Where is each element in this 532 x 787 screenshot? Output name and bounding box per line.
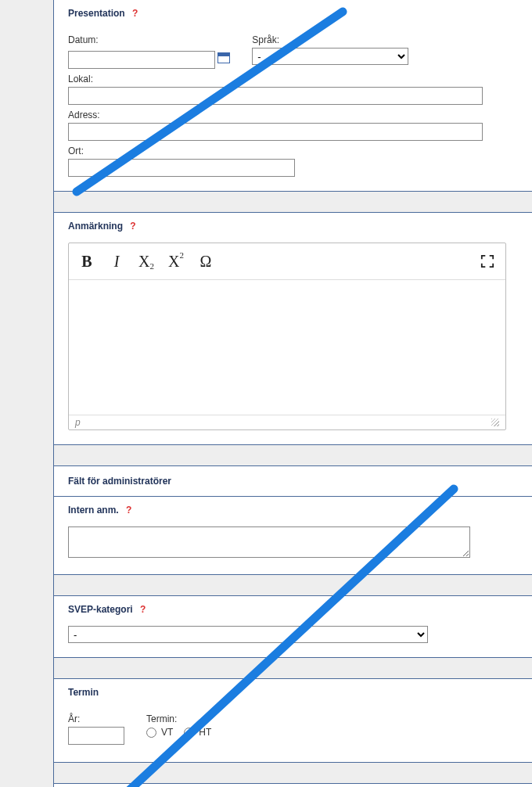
section-title-intern: Intern anm. ? — [68, 505, 518, 516]
editor-body[interactable] — [69, 280, 505, 415]
section-title-termin: Termin — [68, 687, 518, 698]
adress-input[interactable] — [68, 123, 483, 141]
gutter — [0, 0, 53, 787]
section-uppsok: Uppsök ämneskategori ? - — [54, 783, 532, 787]
section-title-svep: SVEP-kategori ? — [68, 604, 518, 615]
rich-text-editor: B I X2 X2 Ω p — [68, 243, 506, 430]
omega-button[interactable]: Ω — [192, 248, 219, 275]
admin-header: Fält för administratörer — [54, 465, 532, 496]
ht-label: HT — [199, 727, 211, 738]
editor-footer: p — [69, 415, 505, 429]
section-anmarkning: Anmärkning ? B I X2 X2 Ω p — [54, 212, 532, 445]
vt-radio[interactable] — [146, 728, 156, 738]
bold-button[interactable]: B — [74, 248, 100, 275]
section-intern-anm: Intern anm. ? — [54, 496, 532, 575]
intern-anm-textarea[interactable] — [68, 526, 470, 558]
calendar-icon[interactable] — [217, 52, 230, 63]
vt-label: VT — [161, 727, 173, 738]
svep-select[interactable]: - — [68, 626, 428, 643]
sprak-label: Språk: — [252, 34, 408, 45]
ar-label: År: — [68, 713, 124, 724]
section-title-presentation: Presentation ? — [68, 8, 518, 19]
editor-toolbar: B I X2 X2 Ω — [69, 243, 505, 280]
resize-handle-icon[interactable] — [491, 419, 499, 426]
datum-input[interactable] — [68, 51, 215, 69]
section-termin: Termin År: Termin: VT HT — [54, 678, 532, 763]
datum-label: Datum: — [68, 34, 230, 45]
lokal-label: Lokal: — [68, 74, 518, 84]
ort-label: Ort: — [68, 146, 518, 156]
help-icon[interactable]: ? — [140, 604, 146, 615]
ar-input[interactable] — [68, 727, 124, 745]
title-text: Intern anm. — [68, 505, 119, 516]
title-text: Termin — [68, 687, 99, 698]
help-icon[interactable]: ? — [132, 8, 138, 19]
help-icon[interactable]: ? — [126, 505, 131, 516]
adress-label: Adress: — [68, 110, 518, 120]
title-text: Anmärkning — [68, 221, 123, 232]
section-presentation: Presentation ? Datum: Språk: - Lokal: Ad… — [54, 0, 532, 192]
sprak-select[interactable]: - — [252, 48, 408, 65]
section-title-anmarkning: Anmärkning ? — [68, 221, 518, 232]
fullscreen-icon[interactable] — [474, 248, 501, 275]
title-text: SVEP-kategori — [68, 604, 133, 615]
title-text: Presentation — [68, 8, 125, 19]
ht-radio[interactable] — [184, 728, 194, 738]
termin-label: Termin: — [146, 713, 211, 724]
lokal-input[interactable] — [68, 87, 483, 105]
help-icon[interactable]: ? — [130, 221, 135, 232]
editor-path-text: p — [75, 417, 81, 428]
ort-input[interactable] — [68, 159, 295, 177]
italic-button[interactable]: I — [103, 248, 130, 275]
section-svep: SVEP-kategori ? - — [54, 595, 532, 658]
subscript-button[interactable]: X2 — [133, 248, 160, 275]
main-column: Presentation ? Datum: Språk: - Lokal: Ad… — [53, 0, 532, 787]
superscript-button[interactable]: X2 — [163, 248, 189, 275]
